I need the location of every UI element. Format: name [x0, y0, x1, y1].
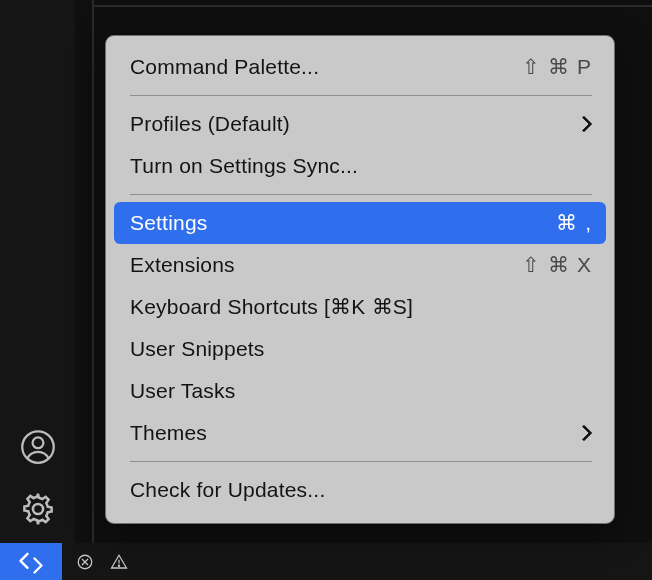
menu-item-extensions[interactable]: Extensions ⇧ ⌘ X: [106, 244, 614, 286]
menu-item-check-updates[interactable]: Check for Updates...: [106, 469, 614, 511]
menu-item-label: Settings: [130, 211, 207, 235]
shortcut: ⇧ ⌘ X: [522, 253, 592, 277]
shortcut: ⌘ ,: [556, 211, 592, 235]
menu-item-settings[interactable]: Settings ⌘ ,: [114, 202, 606, 244]
menu-item-label: Extensions: [130, 253, 235, 277]
menu-item-label: Command Palette...: [130, 55, 319, 79]
menu-item-label: User Snippets: [130, 337, 265, 361]
status-bar: [62, 543, 652, 580]
editor-divider-vertical: [92, 0, 94, 580]
svg-point-1: [32, 437, 43, 448]
gear-icon[interactable]: [0, 478, 75, 540]
editor-divider-horizontal: [92, 5, 652, 7]
menu-item-settings-sync[interactable]: Turn on Settings Sync...: [106, 145, 614, 187]
menu-item-profiles[interactable]: Profiles (Default): [106, 103, 614, 145]
menu-divider: [130, 95, 592, 96]
menu-item-label: Keyboard Shortcuts [⌘K ⌘S]: [130, 295, 413, 319]
menu-item-user-tasks[interactable]: User Tasks: [106, 370, 614, 412]
accounts-icon[interactable]: [0, 416, 75, 478]
menu-item-command-palette[interactable]: Command Palette... ⇧ ⌘ P: [106, 46, 614, 88]
svg-point-2: [32, 504, 42, 514]
menu-divider: [130, 194, 592, 195]
menu-divider: [130, 461, 592, 462]
activity-bar: [0, 0, 75, 580]
menu-item-keyboard-shortcuts[interactable]: Keyboard Shortcuts [⌘K ⌘S]: [106, 286, 614, 328]
status-warning-icon[interactable]: [100, 553, 128, 571]
chevron-right-icon: [578, 427, 592, 439]
menu-item-label: Turn on Settings Sync...: [130, 154, 358, 178]
remote-button[interactable]: [0, 543, 62, 580]
menu-item-label: Themes: [130, 421, 207, 445]
shortcut: ⇧ ⌘ P: [522, 55, 592, 79]
chevron-right-icon: [578, 118, 592, 130]
status-error-icon[interactable]: [66, 553, 94, 571]
svg-point-4: [118, 565, 119, 566]
menu-item-label: Check for Updates...: [130, 478, 325, 502]
menu-item-label: User Tasks: [130, 379, 235, 403]
menu-item-user-snippets[interactable]: User Snippets: [106, 328, 614, 370]
menu-item-themes[interactable]: Themes: [106, 412, 614, 454]
menu-item-label: Profiles (Default): [130, 112, 290, 136]
manage-menu: Command Palette... ⇧ ⌘ P Profiles (Defau…: [105, 35, 615, 524]
